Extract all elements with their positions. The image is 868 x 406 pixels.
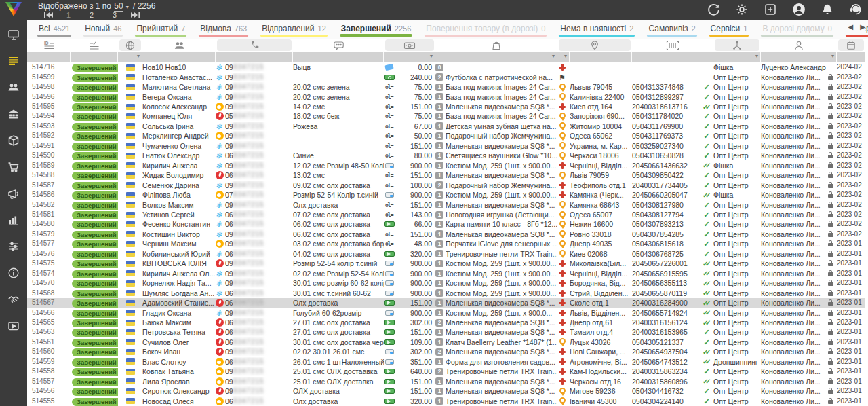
table-row[interactable]: 514580 Завершений Фесенко Константин 06 … bbox=[27, 219, 865, 229]
filter-manager[interactable] bbox=[761, 52, 837, 62]
filter-id[interactable] bbox=[27, 52, 71, 62]
filter-tracking[interactable] bbox=[632, 52, 713, 62]
column-tracking-header[interactable] bbox=[632, 39, 713, 51]
table-row[interactable]: 514557 Завершений Лила Ярослав 09 25.01 … bbox=[27, 377, 865, 386]
column-phone-header[interactable] bbox=[217, 39, 292, 51]
tab-В дорозі додому[interactable]: В дорозі додому0 bbox=[755, 20, 839, 39]
table-row[interactable]: 514565 Завершений Баюка Максим 06 27.01 … bbox=[27, 318, 865, 327]
account-avatar-icon[interactable] bbox=[792, 3, 806, 16]
table-row[interactable]: 514577 Завершений Черниш Максим 09 03.02… bbox=[27, 239, 865, 248]
table-row[interactable]: 514596 Завершений Вегера Оксана 09 20.02… bbox=[27, 92, 865, 101]
table-row[interactable]: 514570 Завершений Корнелюк Надія Та... 0… bbox=[27, 278, 865, 288]
tab-Відправлений[interactable]: Відправлений12 bbox=[254, 20, 334, 39]
table-row[interactable]: 514581 Завершений Устинов Сергей 06 07.0… bbox=[27, 210, 865, 219]
page-number[interactable]: 2 bbox=[80, 11, 103, 19]
page-number[interactable]: 1 bbox=[57, 11, 80, 19]
table-row[interactable]: 514558 Завершений Ковпак Татьяна 09 25.0… bbox=[27, 367, 865, 376]
tab-Самовивіз[interactable]: Самовивіз2 bbox=[641, 20, 703, 39]
table-row[interactable]: 514567 Завершений Адамовский Станис... 0… bbox=[27, 298, 865, 308]
tabs-scroll-right-icon[interactable]: ▶ bbox=[860, 23, 865, 31]
column-date-header[interactable] bbox=[838, 39, 864, 51]
tab-Відмова[interactable]: Відмова763 bbox=[193, 20, 254, 39]
tab-Повернення товару (в дорозі)[interactable]: Повернення товару (в дорозі)0 bbox=[418, 20, 553, 39]
filter-city[interactable] bbox=[570, 52, 632, 62]
page-number[interactable]: 3 bbox=[103, 11, 126, 19]
company-icon[interactable] bbox=[6, 107, 21, 122]
column-products-header[interactable] bbox=[435, 39, 557, 51]
filter-products[interactable] bbox=[435, 52, 557, 62]
filter-date[interactable] bbox=[837, 52, 865, 62]
per-page-select[interactable]: 50 bbox=[114, 1, 123, 12]
table-row[interactable]: 514590 Завершений Гнатюк Олексндр 06 Син… bbox=[27, 151, 865, 160]
table-row[interactable]: 514575 Завершений КВІТОВСЬКА ЮЛІЯ 09 Роз… bbox=[27, 259, 865, 268]
notifications-bell-icon[interactable] bbox=[821, 3, 834, 16]
purchases-cart-icon[interactable] bbox=[6, 160, 21, 174]
table-row[interactable]: 514586 Завершений Філіпова Люба 07 Розмі… bbox=[27, 190, 865, 200]
column-payment-header[interactable] bbox=[385, 39, 434, 51]
dashboard-icon[interactable] bbox=[6, 27, 21, 42]
column-customer-header[interactable] bbox=[142, 39, 216, 51]
column-id-header[interactable]: ID bbox=[27, 39, 71, 51]
filter-status[interactable] bbox=[71, 52, 118, 62]
filter-country[interactable] bbox=[118, 52, 142, 62]
tabs-scroll-left-icon[interactable]: ◀ bbox=[848, 23, 854, 31]
table-row[interactable]: 514595 Завершений Колосок Александр 09 1… bbox=[27, 102, 865, 111]
table-row[interactable]: 514574 Завершений Кирилич Анжела Ол... 0… bbox=[27, 269, 865, 278]
table-row[interactable]: 514579 Завершений Костишин Виктор 09 06.… bbox=[27, 229, 865, 239]
table-row[interactable]: 514582 Завершений Волков Максим 09 Олх д… bbox=[27, 200, 865, 209]
column-channel-header[interactable] bbox=[715, 39, 760, 51]
table-row[interactable]: 514587 Завершений Семенюк Дарина 09 09.0… bbox=[27, 180, 865, 189]
marketing-megaphone-icon[interactable] bbox=[6, 186, 21, 201]
tab-Нема в наявності[interactable]: Нема в наявності2 bbox=[553, 20, 641, 39]
info-icon[interactable] bbox=[6, 265, 21, 280]
column-manager-header[interactable] bbox=[761, 39, 837, 51]
products-box-icon[interactable] bbox=[6, 133, 21, 148]
table-row[interactable]: 514556 Завершений Сиротюк Олександр 09 О… bbox=[27, 386, 865, 396]
filter-customer[interactable] bbox=[142, 52, 216, 62]
filter-delivery[interactable] bbox=[557, 52, 570, 62]
filter-payment[interactable] bbox=[384, 52, 435, 62]
filter-comment[interactable] bbox=[293, 52, 384, 62]
table-row[interactable]: 514563 Завершений Петровська Тетяна 06 2… bbox=[27, 327, 865, 337]
column-comment-header[interactable] bbox=[293, 39, 384, 51]
table-row[interactable]: 514599 Завершений Потапенко Анастас... 0… bbox=[27, 72, 865, 81]
table-row[interactable]: 514561 Завершений Сучилов Олег 06 30.01 … bbox=[27, 337, 865, 347]
table-row[interactable]: 514589 Завершений Кирилич Анжела 09 12.0… bbox=[27, 161, 865, 170]
table-row[interactable]: 514559 Завершений Влас Слотюу 06 26.01 с… bbox=[27, 357, 865, 367]
table-row[interactable]: 514588 Завершений Жидак Володимир 06 13.… bbox=[27, 170, 865, 180]
tab-Прийнятий[interactable]: Прийнятий7 bbox=[129, 20, 193, 39]
table-row[interactable]: 514560 Завершений Бокоч Иван 09 02.02 30… bbox=[27, 347, 865, 356]
column-status-header[interactable] bbox=[71, 39, 118, 51]
tab-Новый[interactable]: Новый46 bbox=[77, 20, 129, 39]
video-tutorials-icon[interactable] bbox=[6, 318, 21, 333]
column-country-header[interactable] bbox=[119, 39, 141, 51]
automation-sliders-icon[interactable] bbox=[6, 239, 21, 254]
orders-list-icon[interactable] bbox=[6, 54, 21, 69]
table-row[interactable]: 514593 Завершений Сольська Ірина 09 Роже… bbox=[27, 122, 865, 131]
partners-handshake-icon[interactable] bbox=[6, 292, 21, 307]
table-row[interactable]: 514594 Завершений Компанец Юля 05 18.02 … bbox=[27, 111, 865, 121]
settings-gear-icon[interactable] bbox=[735, 3, 749, 16]
table-row[interactable]: 514716 Завершений Нов10 Нов10 09 Выцв 0.… bbox=[27, 62, 865, 72]
table-row[interactable]: 514555 Завершений Новосад Олеся 06 Олх д… bbox=[27, 396, 865, 405]
filter-channel[interactable] bbox=[713, 52, 761, 62]
table-row[interactable]: 514568 Завершений Шумляс Богдана Ан... 0… bbox=[27, 288, 865, 297]
column-delivery-city-header[interactable] bbox=[559, 39, 631, 51]
app-logo-icon[interactable] bbox=[5, 2, 22, 16]
table-row[interactable]: 514566 Завершений Гладик Оксана 09 Голуб… bbox=[27, 308, 865, 317]
customers-icon[interactable] bbox=[6, 80, 21, 95]
first-page-button[interactable] bbox=[39, 11, 57, 19]
tab-Завершений[interactable]: Завершений2256 bbox=[334, 20, 419, 39]
table-row[interactable]: 514592 Завершений Мерклингер Андрей 09 5… bbox=[27, 131, 865, 141]
tab-Всі[interactable]: Всі4521 bbox=[31, 20, 77, 39]
table-row[interactable]: 514576 Завершений Кобилинський Юрий 06 0… bbox=[27, 249, 865, 259]
table-row[interactable]: 514598 Завершений Малютина Светлана 09 2… bbox=[27, 82, 865, 92]
tab-Сервіси[interactable]: Сервіси1 bbox=[703, 20, 755, 39]
table-row[interactable]: 514591 Завершений Чумаченко Олена 09 151… bbox=[27, 141, 865, 151]
refresh-icon[interactable] bbox=[707, 3, 720, 16]
last-page-button[interactable] bbox=[126, 11, 144, 19]
statistics-chart-icon[interactable] bbox=[6, 213, 21, 227]
support-headset-icon[interactable] bbox=[849, 3, 863, 16]
filter-phone[interactable] bbox=[216, 52, 293, 62]
add-new-icon[interactable] bbox=[764, 3, 777, 16]
